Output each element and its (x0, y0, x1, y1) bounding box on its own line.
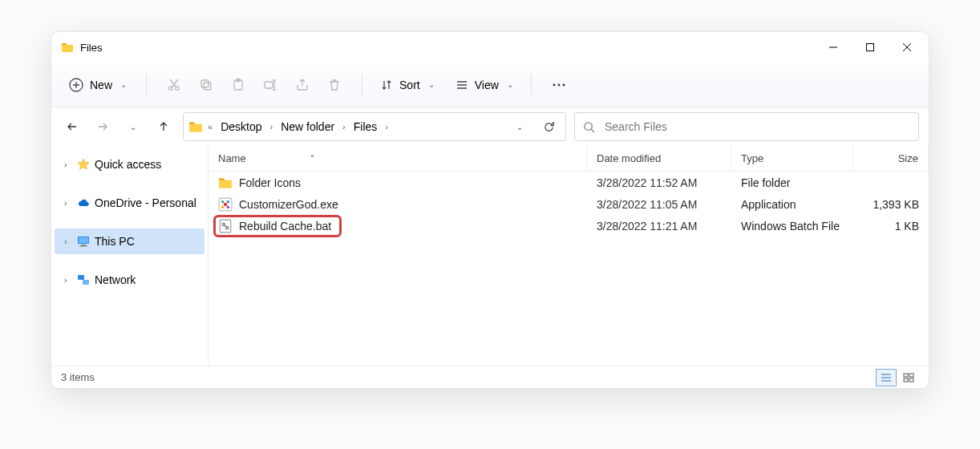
address-dropdown-button[interactable]: ⌄ (508, 115, 532, 139)
svg-point-9 (553, 83, 555, 86)
svg-point-22 (227, 200, 229, 202)
more-button[interactable] (543, 69, 575, 101)
delete-button[interactable] (318, 69, 350, 101)
chevron-left-double-icon[interactable]: « (208, 122, 213, 131)
navigation-pane: › Quick access › OneDrive - Personal › T… (51, 146, 209, 366)
chevron-down-icon: ⌄ (120, 80, 127, 89)
chevron-right-icon: › (64, 275, 72, 285)
sidebar-item-quick-access[interactable]: › Quick access (55, 152, 205, 177)
details-layout-button[interactable] (876, 369, 897, 386)
plus-circle-icon (69, 78, 83, 92)
sort-button-label: Sort (399, 79, 420, 91)
svg-rect-18 (83, 280, 89, 285)
chevron-right-icon[interactable]: › (342, 122, 346, 131)
file-name: CustomizerGod.exe (239, 198, 338, 211)
column-header-label: Size (898, 152, 918, 164)
svg-rect-5 (204, 83, 211, 90)
chevron-right-icon: › (64, 198, 72, 208)
back-button[interactable] (61, 115, 83, 138)
svg-rect-15 (81, 245, 86, 246)
rename-button[interactable] (254, 69, 286, 101)
file-row[interactable]: Rebuild Cache.bat 3/28/2022 11:21 AM Win… (209, 215, 929, 237)
chevron-down-icon: ⌄ (507, 80, 513, 89)
sidebar-item-label: Quick access (95, 158, 161, 171)
column-header-type[interactable]: Type (731, 146, 853, 171)
window-title: Files (80, 42, 102, 54)
file-name: Rebuild Cache.bat (239, 220, 331, 233)
explorer-window: Files New ⌄ Sort ⌄ View ⌄ (51, 31, 929, 389)
svg-rect-30 (904, 378, 908, 382)
folder-icon (188, 119, 203, 134)
file-type: Windows Batch File (731, 220, 853, 233)
svg-point-10 (557, 83, 560, 86)
file-size: 1,393 KB (853, 198, 929, 211)
column-header-label: Date modified (597, 152, 661, 164)
sort-button[interactable]: Sort ⌄ (374, 75, 441, 95)
monitor-icon (77, 235, 90, 248)
refresh-button[interactable] (537, 115, 561, 139)
column-header-date[interactable]: Date modified (587, 146, 731, 171)
share-button[interactable] (286, 69, 318, 101)
search-box[interactable] (574, 112, 919, 141)
column-header-size[interactable]: Size (853, 146, 929, 171)
svg-rect-0 (867, 44, 874, 51)
bat-file-icon (218, 219, 233, 233)
exe-icon (218, 197, 233, 212)
view-button-label: View (475, 79, 499, 91)
up-button[interactable] (152, 115, 175, 138)
search-icon (583, 121, 595, 133)
chevron-right-icon[interactable]: › (269, 122, 273, 131)
file-date: 3/28/2022 11:52 AM (587, 176, 731, 189)
copy-button[interactable] (190, 69, 222, 101)
svg-point-11 (562, 83, 565, 86)
breadcrumb-segment[interactable]: New folder (277, 119, 338, 135)
command-bar: New ⌄ Sort ⌄ View ⌄ (51, 63, 929, 107)
sidebar-item-label: This PC (95, 235, 135, 248)
svg-rect-8 (265, 82, 273, 88)
folder-icon (61, 41, 74, 54)
breadcrumb-segment[interactable]: Desktop (217, 119, 265, 135)
sort-icon (380, 79, 393, 91)
breadcrumb-segment[interactable]: Files (350, 119, 381, 135)
thumbnails-layout-button[interactable] (898, 369, 919, 386)
sidebar-item-onedrive[interactable]: › OneDrive - Personal (55, 190, 205, 216)
forward-button[interactable] (91, 115, 114, 138)
file-row[interactable]: CustomizerGod.exe 3/28/2022 11:05 AM App… (209, 193, 929, 215)
file-name: Folder Icons (239, 176, 301, 189)
sidebar-item-this-pc[interactable]: › This PC (55, 229, 205, 254)
chevron-down-icon: ⌄ (428, 80, 435, 89)
folder-icon (218, 176, 233, 190)
new-button-label: New (90, 79, 112, 91)
file-rows: Folder Icons 3/28/2022 11:52 AM File fol… (209, 172, 929, 366)
svg-point-20 (224, 202, 228, 206)
paste-button[interactable] (222, 69, 254, 101)
status-item-count: 3 items (61, 371, 95, 383)
file-date: 3/28/2022 11:21 AM (587, 220, 731, 233)
minimize-button[interactable] (815, 34, 852, 60)
star-icon (77, 158, 90, 171)
cut-button[interactable] (158, 69, 190, 101)
address-bar[interactable]: « Desktop › New folder › Files › ⌄ (183, 112, 566, 141)
file-row[interactable]: Folder Icons 3/28/2022 11:52 AM File fol… (209, 172, 929, 193)
new-button[interactable]: New ⌄ (61, 75, 135, 95)
sidebar-item-label: Network (95, 273, 136, 286)
svg-rect-31 (909, 378, 913, 382)
file-size: 1 KB (853, 220, 929, 233)
cloud-icon (77, 196, 90, 209)
svg-rect-14 (79, 237, 88, 243)
sidebar-item-network[interactable]: › Network (55, 267, 205, 293)
svg-point-21 (221, 200, 224, 202)
svg-point-12 (585, 122, 592, 129)
chevron-right-icon: › (64, 237, 72, 246)
maximize-button[interactable] (852, 34, 889, 60)
chevron-right-icon[interactable]: › (385, 122, 388, 131)
search-input[interactable] (603, 119, 910, 134)
view-button[interactable]: View ⌄ (449, 75, 520, 95)
close-button[interactable] (889, 34, 925, 60)
column-header-name[interactable]: Name ˄ (209, 146, 587, 171)
column-headers: Name ˄ Date modified Type Size (209, 146, 929, 172)
svg-rect-29 (909, 374, 913, 377)
sort-ascending-icon: ˄ (310, 154, 314, 163)
recent-locations-button[interactable]: ⌄ (122, 115, 144, 138)
file-type: File folder (731, 176, 853, 189)
